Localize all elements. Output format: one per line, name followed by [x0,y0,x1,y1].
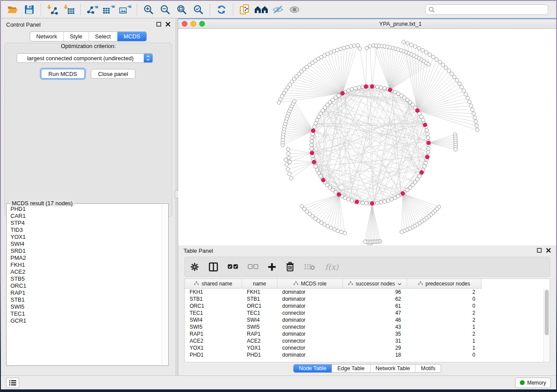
column-header-name[interactable]: name [242,279,277,289]
zoom-selected-icon[interactable] [191,3,205,16]
minimize-window-button[interactable] [190,21,196,27]
network-canvas[interactable] [178,29,556,246]
float-panel-icon[interactable] [156,21,161,28]
mcds-result-item[interactable]: TEC1 [10,310,161,317]
mcds-result-item[interactable]: ORC1 [10,282,161,289]
mcds-result-item[interactable]: CAR1 [10,213,161,220]
table-row[interactable]: STB1STB1dominator620 [185,296,550,303]
cell-predecessor-nodes: 0 [407,296,481,302]
import-table-icon[interactable] [62,3,76,16]
dropdown-chevrons-icon [144,54,152,62]
control-panel: Control Panel NetworkStyleSelectMCDS Opt… [1,18,176,375]
import-network-icon[interactable] [45,3,59,16]
table-row[interactable]: ORC1ORC1dominator610 [185,303,550,309]
delete-table-icon [304,263,315,270]
table-row[interactable]: PHD1PHD1dominator180 [185,351,550,358]
cell-successor-nodes: 18 [343,352,407,358]
delete-row-icon[interactable] [286,262,294,272]
save-session-icon[interactable] [22,3,36,16]
tab-style[interactable]: Style [63,32,89,41]
column-header-MCDS-role[interactable]: MCDS role [277,279,343,289]
mcds-result-item[interactable]: SRD1 [10,248,161,254]
mcds-result-item[interactable]: ACE2 [10,268,161,275]
list-icon [9,380,16,385]
mcds-result-item[interactable]: PMA2 [10,254,161,261]
mcds-result-item[interactable]: YOX1 [10,234,161,241]
mcds-result-scrollbar[interactable] [162,205,167,364]
control-panel-header: Control Panel [1,18,176,31]
mcds-result-item[interactable]: TID3 [10,227,161,234]
float-panel-icon[interactable] [537,247,542,254]
network-window-titlebar: YPA_prune.txt_1 [178,19,556,29]
table-settings-icon[interactable] [190,262,199,272]
show-columns-icon[interactable] [209,262,218,272]
first-neighbors-icon[interactable] [254,3,268,16]
select-all-icon[interactable] [228,264,238,269]
table-tab-edge-table[interactable]: Edge Table [332,364,370,372]
mcds-result-item[interactable]: SWI5 [10,303,161,310]
memory-label: Memory [527,380,546,386]
memory-button[interactable]: Memory [515,378,551,388]
cell-predecessor-nodes: 1 [407,324,481,330]
clone-network-icon[interactable] [238,3,252,16]
network-graph[interactable] [178,29,556,246]
column-header-predecessor-nodes[interactable]: predecessor nodes [407,279,481,289]
cell-shared-name: STB1 [185,296,242,302]
table-row[interactable]: ACE2ACE2connector311 [185,337,550,344]
deselect-all-icon[interactable] [248,264,258,269]
main-toolbar [1,1,556,18]
column-header-shared-name[interactable]: shared name [185,279,242,289]
hide-selected-icon[interactable] [271,3,285,16]
task-history-button[interactable] [6,378,19,388]
mcds-result-item[interactable]: FKH1 [10,261,161,268]
toolbar-separator [233,4,233,15]
mcds-result-item[interactable]: SWI4 [10,241,161,248]
cell-shared-name: SWI4 [185,317,242,323]
export-network-icon[interactable] [85,3,99,16]
tab-network[interactable]: Network [30,32,63,41]
table-panel-header: Table Panel [178,245,556,256]
mcds-result-item[interactable]: STB1 [10,296,161,303]
export-image-icon[interactable] [118,3,132,16]
cell-successor-nodes: 43 [343,324,407,330]
table-row[interactable]: FKH1FKH1dominator962 [185,289,550,296]
table-row[interactable]: SWI5SWI5connector431 [185,323,550,330]
mcds-result-item[interactable]: GCR1 [10,317,161,324]
table-row[interactable]: TEC1TEC1connector472 [185,309,550,316]
tab-select[interactable]: Select [89,32,117,41]
open-file-icon[interactable] [6,3,20,16]
show-all-icon[interactable] [287,3,301,16]
zoom-in-icon[interactable] [142,3,156,16]
tab-mcds[interactable]: MCDS [117,32,146,41]
table-tab-network-table[interactable]: Network Table [370,364,415,372]
criterion-dropdown[interactable]: largest connected component (undirected) [17,53,153,63]
cell-predecessor-nodes: 0 [407,352,481,358]
mcds-result-item[interactable]: RAP1 [10,289,161,296]
search-input[interactable] [437,7,545,13]
maximize-window-button[interactable] [199,21,205,27]
column-header-successor-nodes[interactable]: successor nodes [343,279,407,289]
table-scrollbar[interactable] [543,289,549,361]
table-row[interactable]: RAP1RAP1dominator352 [185,330,550,337]
mcds-result-item[interactable]: PHD1 [10,206,161,213]
cell-MCDS-role: dominator [277,352,343,358]
close-panel-button[interactable]: Close panel [91,69,136,79]
mcds-result-item[interactable]: STP4 [10,220,161,227]
zoom-fit-icon[interactable] [175,3,189,16]
close-window-button[interactable] [182,21,187,27]
cell-successor-nodes: 29 [343,345,407,351]
table-scrollbar-thumb[interactable] [545,290,549,335]
cell-MCDS-role: connector [277,345,343,351]
zoom-out-icon[interactable] [158,3,172,16]
refresh-layout-icon[interactable] [214,3,228,16]
close-panel-icon[interactable] [546,247,551,254]
table-tab-node-table[interactable]: Node Table [294,364,332,372]
add-row-icon[interactable] [268,263,276,271]
close-panel-icon[interactable] [166,21,170,28]
table-row[interactable]: YOX1YOX1connector291 [185,344,550,351]
export-table-icon[interactable] [102,3,116,16]
run-mcds-button[interactable]: Run MCDS [41,69,85,79]
mcds-result-item[interactable]: STB5 [10,275,161,282]
table-tab-motifs[interactable]: Motifs [415,364,440,372]
table-row[interactable]: SWI4SWI4dominator462 [185,316,550,323]
